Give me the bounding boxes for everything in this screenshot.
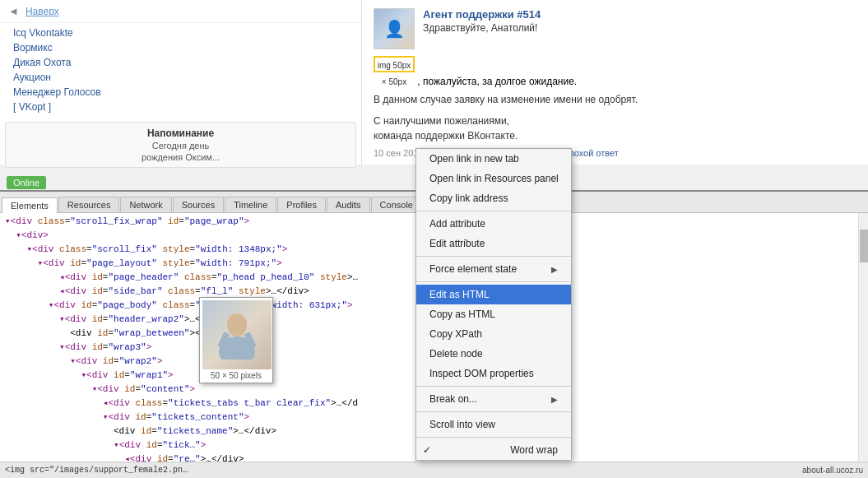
menu-item-break-on[interactable]: Break on... ▶ <box>416 389 571 409</box>
menu-item-edit-html[interactable]: Edit as HTML <box>416 285 571 304</box>
submenu-arrow-break: ▶ <box>551 395 558 404</box>
page-wrapper: ◄ Наверх Icq Vkontakte Вормикс Дикая Охо… <box>0 0 868 478</box>
menu-label-open-resources: Open link in Resources panel <box>429 173 559 184</box>
menu-label-delete-node: Delete node <box>429 348 483 360</box>
menu-label-scroll-into-view: Scroll into view <box>429 419 495 430</box>
menu-label-copy-link: Copy link address <box>429 193 508 204</box>
context-menu: Open link in new tab Open link in Resour… <box>415 148 572 461</box>
devtools-scrollbar[interactable] <box>858 213 868 462</box>
reminder-text: Сегодня день <box>11 141 350 151</box>
message-body2: В данном случае заявку на изменение имен… <box>374 92 856 107</box>
menu-item-copy-link[interactable]: Copy link address <box>416 188 571 208</box>
message-body4: команда поддержки ВКонтакте. <box>374 128 856 143</box>
nav-link-vkopt[interactable]: [ VKopt ] <box>13 100 348 114</box>
avatar: 👤 <box>374 8 415 49</box>
submenu-arrow-force: ▶ <box>551 265 558 274</box>
reminder-box: Напоминание Сегодня день рождения Оксим.… <box>5 122 356 168</box>
nav-top: ◄ Наверх <box>0 0 361 23</box>
message-header: 👤 Агент поддержки #514 Здравствуйте, Ана… <box>374 8 856 49</box>
message-body3: С наилучшими пожеланиями, <box>374 114 856 128</box>
message-title-block: Агент поддержки #514 Здравствуйте, Анато… <box>423 8 856 34</box>
tooltip-image <box>202 300 272 369</box>
tab-elements[interactable]: Elements <box>2 197 58 213</box>
reminder-title: Напоминание <box>11 128 350 139</box>
menu-sep-1 <box>416 211 571 211</box>
bottom-status-bar: <img src="/images/support_female2.pn… ab… <box>0 462 868 478</box>
tab-timeline[interactable]: Timeline <box>225 197 276 212</box>
breadcrumb-tag: <img src="/images/support_female2.pn… <box>5 466 802 475</box>
menu-label-add-attr: Add attribute <box>429 218 485 230</box>
menu-label-word-wrap: Word wrap <box>510 444 558 456</box>
back-link[interactable]: Наверх <box>26 6 59 17</box>
nav-link-icq[interactable]: Icq Vkontakte <box>13 26 348 39</box>
menu-item-scroll-into-view[interactable]: Scroll into view <box>416 415 571 434</box>
online-badge: Online <box>7 176 46 189</box>
menu-label-inspect-dom: Inspect DOM properties <box>429 368 534 379</box>
menu-item-word-wrap[interactable]: ✓ Word wrap <box>416 440 571 460</box>
menu-label-break-on: Break on... <box>429 393 477 405</box>
menu-sep-3 <box>416 281 571 282</box>
menu-label-force-state: Force element state <box>429 263 517 275</box>
nav-link-dikaya[interactable]: Дикая Охота <box>13 56 348 69</box>
menu-item-edit-attr[interactable]: Edit attribute <box>416 234 571 253</box>
tab-resources[interactable]: Resources <box>58 197 120 212</box>
menu-sep-6 <box>416 437 571 438</box>
menu-sep-5 <box>416 411 571 412</box>
domain-label: about-all.ucoz.ru <box>802 466 863 475</box>
menu-item-delete-node[interactable]: Delete node <box>416 344 571 364</box>
tab-network[interactable]: Network <box>120 197 171 212</box>
menu-item-open-new-tab[interactable]: Open link in new tab <box>416 149 571 169</box>
menu-item-copy-html[interactable]: Copy as HTML <box>416 304 571 324</box>
back-arrow-icon: ◄ <box>8 5 19 17</box>
left-nav: ◄ Наверх Icq Vkontakte Вормикс Дикая Охо… <box>0 0 362 165</box>
menu-item-copy-xpath[interactable]: Copy XPath <box>416 324 571 344</box>
menu-sep-2 <box>416 256 571 257</box>
right-content: 👤 Агент поддержки #514 Здравствуйте, Ана… <box>362 0 868 165</box>
tab-sources[interactable]: Sources <box>173 197 224 212</box>
menu-sep-4 <box>416 386 571 387</box>
tab-profiles[interactable]: Profiles <box>277 197 326 212</box>
menu-label-copy-html: Copy as HTML <box>429 309 495 320</box>
menu-item-force-state[interactable]: Force element state ▶ <box>416 259 571 279</box>
top-section: ◄ Наверх Icq Vkontakte Вормикс Дикая Охо… <box>0 0 868 165</box>
avatar-icon: 👤 <box>384 19 405 39</box>
menu-label-edit-attr: Edit attribute <box>429 238 485 249</box>
tab-audits[interactable]: Audits <box>327 197 370 212</box>
word-wrap-check: ✓ <box>423 444 433 456</box>
menu-label-edit-html: Edit as HTML <box>429 289 490 300</box>
menu-label-copy-xpath: Copy XPath <box>429 328 482 340</box>
menu-label-open-new-tab: Open link in new tab <box>429 153 519 165</box>
nav-link-vormix[interactable]: Вормикс <box>13 41 348 54</box>
menu-item-open-resources[interactable]: Open link in Resources panel <box>416 169 571 188</box>
message-title: Агент поддержки #514 <box>423 8 856 21</box>
menu-item-inspect-dom[interactable]: Inspect DOM properties <box>416 364 571 383</box>
img-indicator[interactable]: img 50px × 50px <box>374 56 415 72</box>
scroll-thumb[interactable] <box>860 230 868 262</box>
message-body1: , пожалуйста, за долгое ожидание. <box>417 76 577 87</box>
nav-link-manager[interactable]: Менеджер Голосов <box>13 86 348 99</box>
message-greeting: Здравствуйте, Анатолий! <box>423 22 856 34</box>
nav-links: Icq Vkontakte Вормикс Дикая Охота Аукцио… <box>0 23 361 117</box>
reminder-subtext: рождения Оксим... <box>11 152 350 162</box>
tooltip-size-label: 50 × 50 pixels <box>202 371 270 380</box>
nav-link-auction[interactable]: Аукцион <box>13 71 348 84</box>
menu-item-add-attr[interactable]: Add attribute <box>416 214 571 234</box>
svg-point-0 <box>227 313 247 336</box>
image-tooltip-popup: 50 × 50 pixels <box>199 297 273 383</box>
tab-console[interactable]: Console <box>371 197 422 212</box>
